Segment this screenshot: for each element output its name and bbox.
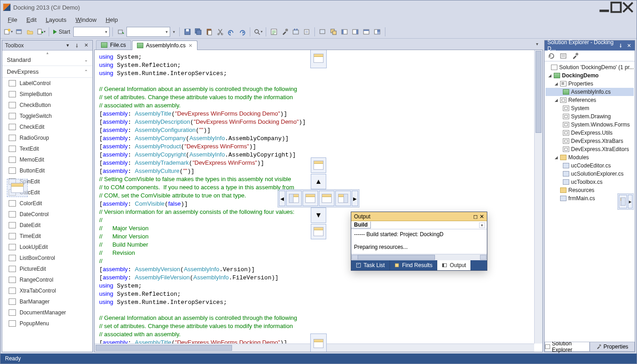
output-scrollbar[interactable]: [351, 254, 487, 260]
tree-modules[interactable]: ◢Modules: [546, 153, 634, 162]
tab-task-list[interactable]: Task List: [351, 260, 390, 270]
menu-layouts[interactable]: Layouts: [42, 15, 70, 24]
save-icon[interactable]: [182, 27, 192, 37]
toolbox-item[interactable]: PictureEdit: [2, 263, 92, 274]
toolbox-item[interactable]: MemoEdit: [2, 154, 92, 165]
window-list-icon[interactable]: [318, 27, 328, 37]
platform-combo[interactable]: ▾: [126, 27, 170, 37]
output-maximize-icon[interactable]: ◻: [473, 213, 478, 220]
titlebar[interactable]: Docking 2013 (C# Demo): [0, 0, 637, 14]
tree-module[interactable]: ucToolbox.cs: [546, 178, 634, 186]
tree-reference[interactable]: DevExpress.Utils: [546, 129, 634, 137]
maximize-button[interactable]: [610, 3, 622, 12]
config-combo[interactable]: ▾: [73, 27, 110, 37]
tab-find-results[interactable]: Find Results: [390, 260, 438, 270]
toolbox-item[interactable]: ListBoxControl: [2, 253, 92, 263]
attach-icon[interactable]: [116, 27, 126, 37]
tree-reference[interactable]: System.Drawing: [546, 112, 634, 121]
tools-icon[interactable]: [280, 27, 290, 37]
dock-hint-right[interactable]: [335, 191, 351, 206]
tab-solution-explorer[interactable]: Solution Explorer: [545, 342, 590, 352]
close-button[interactable]: [622, 3, 634, 12]
open-folder-icon[interactable]: [25, 27, 35, 37]
dock-hint-top-edge[interactable]: [310, 50, 327, 68]
toolbox-item[interactable]: PopupMenu: [2, 318, 92, 329]
toolbox-item[interactable]: CheckEdit: [2, 121, 92, 132]
dock-hint-fill[interactable]: [303, 191, 318, 206]
dock-hint-top[interactable]: [311, 157, 326, 173]
toolbox-item[interactable]: BarManager: [2, 296, 92, 307]
dock-hint-up-arrow[interactable]: ▲: [311, 174, 326, 189]
menu-file[interactable]: File: [4, 15, 21, 24]
dock-hint-right-arrow[interactable]: ▸: [352, 191, 358, 206]
dock-hint-right-small[interactable]: [619, 195, 627, 208]
dock-hint-left-arrow[interactable]: ◂: [279, 191, 285, 206]
solution-tree[interactable]: Solution 'DockingDemo' (1 pr... ◢Docking…: [545, 61, 635, 342]
toolbox-item[interactable]: DateEdit: [2, 220, 92, 231]
tabs-overflow-icon[interactable]: ▾: [534, 41, 540, 46]
task-icon[interactable]: [269, 27, 279, 37]
toolbox-item[interactable]: ToggleSwitch: [2, 111, 92, 121]
toolbox-item[interactable]: ColorEdit: [2, 198, 92, 209]
toolbox-pin-icon[interactable]: [73, 42, 81, 49]
output-category-dropdown-icon[interactable]: ▾: [479, 222, 485, 228]
toolbox-item[interactable]: LookUpEdit: [2, 242, 92, 253]
cut-icon[interactable]: [215, 27, 225, 37]
dock-hint-bottom-edge[interactable]: [310, 334, 327, 352]
tab-assemblyinfo-cs[interactable]: AssemblyInfo.cs ✕: [132, 40, 197, 50]
minimize-button[interactable]: [598, 3, 610, 12]
toolbox-close-icon[interactable]: ✕: [82, 42, 90, 49]
add-item-icon[interactable]: ▾: [36, 27, 46, 37]
combo-expand-icon[interactable]: ▾: [171, 27, 177, 37]
tree-properties[interactable]: ◢Properties: [546, 80, 634, 88]
extensions-icon[interactable]: [291, 27, 301, 37]
code-editor[interactable]: using System; using System.Reflection; u…: [94, 50, 543, 352]
show-all-icon[interactable]: [558, 51, 568, 61]
scrollbar-thumb[interactable]: [358, 255, 435, 260]
editor-vertical-scrollbar[interactable]: [534, 50, 542, 344]
menu-window[interactable]: Window: [72, 15, 100, 24]
tree-reference[interactable]: System.Windows.Forms: [546, 121, 634, 129]
dock-hint-bottom[interactable]: [311, 224, 326, 239]
tree-project[interactable]: ◢DockingDemo: [546, 71, 634, 80]
menu-help[interactable]: Help: [102, 15, 121, 24]
refresh-icon[interactable]: [546, 51, 556, 61]
toolbox-header[interactable]: Toolbox ▾ ✕: [2, 40, 92, 51]
tree-assemblyinfo[interactable]: AssemblyInfo.cs: [546, 88, 634, 96]
redo-icon[interactable]: [237, 27, 247, 37]
cascade-icon[interactable]: [329, 27, 339, 37]
tab-file-cs[interactable]: File.cs: [96, 40, 131, 50]
paste-icon[interactable]: [204, 27, 214, 37]
tab-properties[interactable]: Properties: [590, 342, 635, 352]
toolbox-item[interactable]: RangeControl: [2, 274, 92, 285]
new-window-icon[interactable]: [14, 27, 24, 37]
output-category[interactable]: Build: [351, 222, 371, 228]
dock-hint-arrow[interactable]: ▸: [628, 195, 632, 208]
toolbox-item[interactable]: CheckButton: [2, 100, 92, 111]
dock-right-icon[interactable]: [350, 27, 360, 37]
dock-hint-left[interactable]: [286, 191, 302, 206]
find-icon[interactable]: ▾: [253, 27, 263, 37]
dock-hint-tab[interactable]: [319, 191, 334, 206]
toolbox-item[interactable]: SimpleButton: [2, 89, 92, 100]
toolbox-scroll-up[interactable]: ▴: [2, 51, 92, 54]
scrollbar-thumb[interactable]: [96, 345, 232, 351]
tab-output[interactable]: Output: [437, 260, 471, 270]
tree-reference[interactable]: DevExpress.XtraBars: [546, 137, 634, 145]
tree-reference[interactable]: System: [546, 104, 634, 112]
tree-solution-root[interactable]: Solution 'DockingDemo' (1 pr...: [546, 63, 634, 71]
tree-reference[interactable]: DevExpress.XtraEditors: [546, 145, 634, 153]
start-button[interactable]: Start: [52, 27, 72, 37]
output-panel-header[interactable]: Output ◻ ✕: [351, 212, 487, 221]
save-all-icon[interactable]: [193, 27, 203, 37]
dock-fill-icon[interactable]: [361, 27, 371, 37]
toolbox-item[interactable]: DocumentManager: [2, 307, 92, 318]
output-close-icon[interactable]: ✕: [480, 213, 484, 220]
toolbox-item[interactable]: ButtonEdit: [2, 165, 92, 176]
properties-icon[interactable]: [570, 51, 580, 61]
toolbox-item[interactable]: RadioGroup: [2, 132, 92, 143]
output-text[interactable]: ------ Build started: Project: DockingD …: [351, 229, 487, 254]
dock-hint-down-arrow[interactable]: ▼: [311, 207, 326, 223]
dock-layout-icon[interactable]: [372, 27, 382, 37]
undo-icon[interactable]: [226, 27, 236, 37]
